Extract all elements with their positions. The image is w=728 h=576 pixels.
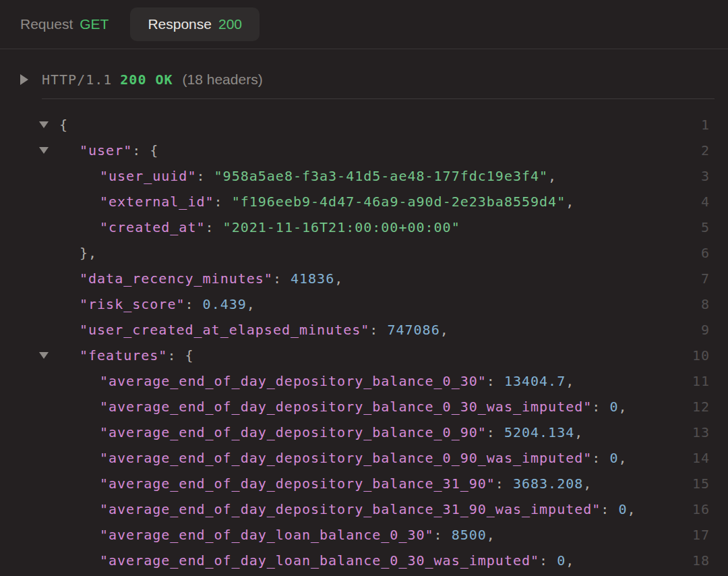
token-key: "average_end_of_day_depository_balance_0… bbox=[100, 424, 487, 440]
token-punc: : bbox=[214, 194, 232, 210]
token-punc: : bbox=[185, 296, 203, 312]
line-number: 4 bbox=[679, 194, 728, 210]
status-code-text: 200 OK bbox=[120, 71, 173, 88]
token-num: 5204.134 bbox=[504, 424, 574, 440]
json-row: {1 bbox=[0, 112, 728, 138]
line-number: 12 bbox=[679, 399, 728, 415]
token-punc: : bbox=[539, 552, 557, 569]
line-number: 17 bbox=[679, 527, 728, 543]
code-rows: {1"user": {2"user_uuid": "958a5ae8-f3a3-… bbox=[0, 112, 728, 573]
token-key: "average_end_of_day_depository_balance_0… bbox=[100, 450, 592, 466]
json-row: "average_end_of_day_depository_balance_0… bbox=[0, 420, 728, 445]
row-code: { bbox=[59, 117, 679, 133]
protocol-text: HTTP/1.1 bbox=[42, 71, 112, 88]
row-gutter bbox=[0, 121, 59, 128]
token-punc: : bbox=[592, 450, 609, 466]
json-row: "average_end_of_day_depository_balance_3… bbox=[0, 496, 728, 522]
collapse-marker-icon[interactable] bbox=[39, 121, 49, 128]
row-code: "average_end_of_day_depository_balance_0… bbox=[59, 399, 679, 415]
row-code: "user": { bbox=[59, 142, 679, 159]
row-code: "average_end_of_day_depository_balance_3… bbox=[59, 476, 679, 492]
token-str: "2021-11-16T21:00:00+00:00" bbox=[223, 219, 460, 235]
json-row: "user": {2 bbox=[0, 138, 728, 163]
json-row: "user_uuid": "958a5ae8-f3a3-41d5-ae48-17… bbox=[0, 163, 728, 189]
json-row: "user_created_at_elapsed_minutes": 74708… bbox=[0, 317, 728, 343]
json-row: "created_at": "2021-11-16T21:00:00+00:00… bbox=[0, 214, 728, 240]
token-key: "average_end_of_day_depository_balance_0… bbox=[100, 399, 592, 415]
line-number: 5 bbox=[679, 219, 728, 235]
request-tab-label: Request bbox=[20, 16, 73, 32]
row-code: "features": { bbox=[59, 347, 679, 364]
token-num: 3683.208 bbox=[513, 476, 583, 492]
token-punc: }, bbox=[80, 245, 97, 261]
json-row: "data_recency_minutes": 41836,7 bbox=[0, 266, 728, 291]
token-punc: : bbox=[487, 424, 504, 440]
token-key: "average_end_of_day_depository_balance_3… bbox=[100, 476, 495, 492]
token-punc: : { bbox=[167, 347, 193, 364]
token-punc: , bbox=[618, 450, 627, 466]
json-row: "average_end_of_day_loan_balance_0_30_wa… bbox=[0, 548, 728, 573]
row-code: "data_recency_minutes": 41836, bbox=[59, 270, 679, 287]
tab-bar: Request GET Response 200 bbox=[0, 0, 728, 49]
token-key: "created_at" bbox=[100, 219, 206, 235]
json-row: "average_end_of_day_depository_balance_0… bbox=[0, 394, 728, 420]
line-number: 18 bbox=[679, 552, 728, 569]
collapse-marker-icon[interactable] bbox=[39, 352, 49, 359]
token-key: "user" bbox=[80, 142, 132, 159]
line-number: 16 bbox=[679, 501, 728, 517]
token-punc: , bbox=[548, 168, 557, 184]
token-key: "data_recency_minutes" bbox=[80, 270, 273, 287]
row-code: "average_end_of_day_depository_balance_0… bbox=[59, 424, 679, 440]
token-punc: : bbox=[273, 270, 291, 287]
headers-count-text: (18 headers) bbox=[183, 71, 263, 88]
token-punc: , bbox=[334, 270, 343, 287]
row-code: "created_at": "2021-11-16T21:00:00+00:00… bbox=[59, 219, 679, 235]
line-number: 2 bbox=[679, 142, 728, 159]
json-row: "average_end_of_day_depository_balance_0… bbox=[0, 368, 728, 394]
token-num: 0 bbox=[609, 450, 618, 466]
tab-response[interactable]: Response 200 bbox=[130, 7, 260, 41]
token-punc: , bbox=[566, 194, 574, 210]
line-number: 13 bbox=[679, 424, 728, 440]
json-row: "risk_score": 0.439,8 bbox=[0, 291, 728, 317]
token-num: 0 bbox=[618, 501, 627, 517]
token-punc: : bbox=[434, 527, 452, 543]
token-key: "average_end_of_day_loan_balance_0_30" bbox=[100, 527, 434, 543]
row-gutter bbox=[0, 147, 59, 154]
token-punc: : bbox=[369, 322, 387, 338]
json-row: },6 bbox=[0, 240, 728, 266]
token-punc: : bbox=[196, 168, 214, 184]
token-punc: : bbox=[592, 399, 609, 415]
token-punc: , bbox=[627, 501, 636, 517]
row-code: "risk_score": 0.439, bbox=[59, 296, 679, 312]
tab-request[interactable]: Request GET bbox=[20, 8, 109, 40]
json-row: "average_end_of_day_depository_balance_0… bbox=[0, 445, 728, 471]
collapse-marker-icon[interactable] bbox=[39, 147, 49, 154]
token-punc: : bbox=[495, 476, 513, 492]
token-key: "user_uuid" bbox=[100, 168, 196, 184]
token-punc: : bbox=[206, 219, 223, 235]
line-number: 7 bbox=[679, 270, 728, 287]
row-code: "average_end_of_day_depository_balance_3… bbox=[59, 501, 679, 517]
row-code: "average_end_of_day_depository_balance_0… bbox=[59, 450, 679, 466]
line-number: 1 bbox=[679, 117, 728, 133]
token-punc: , bbox=[440, 322, 449, 338]
line-number: 8 bbox=[679, 296, 728, 312]
line-number: 11 bbox=[679, 373, 728, 389]
token-punc: , bbox=[247, 296, 255, 312]
token-str: "f196eeb9-4d47-46a9-a90d-2e23ba8559d4" bbox=[232, 194, 566, 210]
token-punc: , bbox=[566, 552, 574, 569]
row-code: "external_id": "f196eeb9-4d47-46a9-a90d-… bbox=[59, 194, 679, 210]
row-code: "average_end_of_day_loan_balance_0_30_wa… bbox=[59, 552, 679, 569]
token-punc: , bbox=[487, 527, 495, 543]
token-key: "features" bbox=[80, 347, 167, 364]
token-key: "average_end_of_day_depository_balance_3… bbox=[100, 501, 601, 517]
token-key: "external_id" bbox=[100, 194, 214, 210]
response-tab-label: Response bbox=[148, 16, 212, 32]
token-punc: , bbox=[618, 399, 627, 415]
line-number: 14 bbox=[679, 450, 728, 466]
response-status-badge: 200 bbox=[218, 16, 242, 32]
headers-collapse-icon[interactable] bbox=[20, 74, 28, 85]
row-code: "user_uuid": "958a5ae8-f3a3-41d5-ae48-17… bbox=[59, 168, 679, 184]
row-code: "average_end_of_day_loan_balance_0_30": … bbox=[59, 527, 679, 543]
